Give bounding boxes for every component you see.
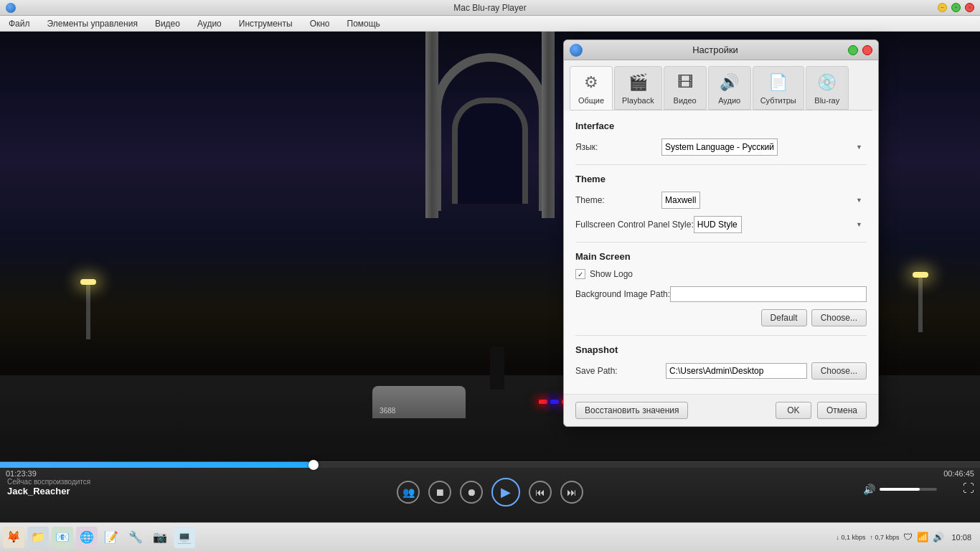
taskbar-settings[interactable]: 🔧	[125, 527, 146, 548]
bg-image-label: Background Image Path:	[575, 289, 670, 299]
close-button[interactable]: ×	[965, 3, 974, 12]
save-path-label: Save Path:	[575, 366, 661, 376]
volume-icon: 🔊	[863, 484, 875, 495]
street-light-1	[86, 282, 90, 339]
divider-1	[575, 164, 867, 165]
taskbar-notepad[interactable]: 📝	[100, 527, 122, 548]
menu-controls[interactable]: Элементы управления	[44, 17, 141, 30]
tab-bluray[interactable]: 💿 Blu-ray	[806, 66, 849, 110]
clap-icon: 🎞	[674, 71, 697, 94]
snapshot-section-header: Snapshot	[575, 344, 867, 355]
fullscreen-row: Fullscreen Control Panel Style: HUD Styl…	[575, 216, 867, 233]
tab-audio[interactable]: 🔊 Аудио	[708, 66, 751, 110]
default-button[interactable]: Default	[761, 309, 807, 326]
taskbar-computer[interactable]: 💻	[174, 527, 195, 548]
menu-audio[interactable]: Аудио	[194, 17, 225, 30]
settings-tabs: ⚙ Общие 🎬 Playback 🎞 Видео 🔊 Аудио 📄 Суб…	[564, 60, 878, 110]
disc-icon: 💿	[816, 71, 839, 94]
gear-icon: ⚙	[580, 71, 603, 94]
tab-playback[interactable]: 🎬 Playback	[614, 66, 662, 110]
bg-image-input[interactable]	[670, 286, 867, 302]
taskbar-firefox[interactable]: 🦊	[3, 527, 24, 548]
app-icon	[6, 3, 16, 13]
save-path-row: Save Path: Choose...	[575, 362, 867, 380]
prev-button[interactable]: ⏮	[529, 481, 552, 504]
theme-select[interactable]: Maxwell	[661, 192, 700, 209]
title-bar-controls: − + ×	[938, 3, 974, 12]
cancel-button[interactable]: Отмена	[817, 402, 867, 419]
progress-bar[interactable]	[0, 462, 980, 468]
network-icon: 📶	[917, 532, 928, 542]
tab-general[interactable]: ⚙ Общие	[570, 66, 613, 110]
restore-defaults-button[interactable]: Восстановить значения	[575, 402, 688, 419]
ok-button[interactable]: OK	[776, 402, 811, 419]
progress-fill	[0, 462, 314, 468]
dialog-title-bar: Настройки	[564, 40, 878, 60]
dialog-close-button[interactable]	[862, 45, 872, 55]
minimize-button[interactable]: −	[938, 3, 947, 12]
menu-video[interactable]: Видео	[152, 17, 183, 30]
menu-window[interactable]: Окно	[307, 17, 333, 30]
play-button[interactable]: ▶	[491, 478, 520, 507]
menu-help[interactable]: Помощь	[344, 17, 383, 30]
control-buttons: 👥 ⏹ ⏺ ▶ ⏮ ⏭	[0, 478, 980, 507]
stop-button[interactable]: ⏹	[428, 481, 451, 504]
app-title: Mac Blu-ray Player	[453, 3, 526, 13]
police-car	[372, 386, 466, 418]
language-select-wrapper: System Language - Русский	[661, 138, 867, 156]
tab-general-label: Общие	[578, 96, 604, 105]
language-row: Язык: System Language - Русский	[575, 138, 867, 156]
tab-video-label: Видео	[674, 96, 697, 105]
volume-icon-tray: 🔊	[933, 532, 944, 542]
choose-bg-button[interactable]: Choose...	[811, 309, 867, 326]
theme-section-header: Theme	[575, 174, 867, 184]
antivirus-icon: 🛡	[903, 532, 913, 542]
tab-bluray-label: Blu-ray	[814, 96, 839, 105]
divider-2	[575, 242, 867, 242]
taskbar-camera[interactable]: 📷	[149, 527, 171, 548]
taskbar-mail[interactable]: 📧	[52, 527, 73, 548]
volume-fill	[880, 488, 920, 491]
tab-video[interactable]: 🎞 Видео	[664, 66, 707, 110]
bridge-tower-left	[425, 32, 438, 218]
fullscreen-button[interactable]: ⛶	[963, 482, 974, 495]
police-light-blue	[550, 400, 559, 404]
fullscreen-label: Fullscreen Control Panel Style:	[575, 220, 694, 230]
menu-file[interactable]: Файл	[6, 17, 33, 30]
controls-bar: 01:23:39 00:46:45 Сейчас воспроизводится…	[0, 461, 980, 522]
main-screen-section-header: Main Screen	[575, 251, 867, 262]
system-clock: 10:08	[951, 533, 977, 542]
next-button[interactable]: ⏭	[560, 481, 583, 504]
language-select[interactable]: System Language - Русский	[661, 138, 778, 156]
theme-label: Theme:	[575, 195, 661, 205]
show-logo-label: Show Logo	[590, 269, 633, 279]
title-bar: Mac Blu-ray Player − + ×	[0, 0, 980, 16]
tab-subtitles[interactable]: 📄 Субтитры	[753, 66, 804, 110]
taskbar-files[interactable]: 📁	[27, 527, 49, 548]
volume-slider[interactable]	[880, 488, 937, 491]
settings-dialog: Настройки ⚙ Общие 🎬 Playback 🎞 Видео 🔊 А…	[563, 39, 879, 427]
dialog-title: Настройки	[583, 44, 848, 55]
maximize-button[interactable]: +	[951, 3, 961, 12]
choose-snapshot-button[interactable]: Choose...	[811, 362, 867, 380]
taskbar: 🦊 📁 📧 🌐 📝 🔧 📷 💻 ↓ 0,1 kbps ↑ 0,7 kbps 🛡 …	[0, 522, 980, 551]
bridge-tower-right	[542, 32, 555, 218]
bridge-decoration	[433, 53, 547, 211]
progress-thumb	[308, 460, 319, 470]
people-button[interactable]: 👥	[397, 481, 420, 504]
language-label: Язык:	[575, 142, 661, 152]
save-path-input[interactable]	[666, 363, 807, 379]
dialog-maximize-button[interactable]	[848, 45, 858, 55]
film-icon: 🎬	[626, 71, 649, 94]
record-button[interactable]: ⏺	[460, 481, 483, 504]
menu-tools[interactable]: Инструменты	[236, 17, 296, 30]
fullscreen-select-wrapper: HUD Style	[694, 216, 867, 233]
now-playing: Сейчас воспроизводится Jack_Reacher	[7, 478, 90, 496]
show-logo-checkbox[interactable]: ✓	[575, 269, 585, 279]
taskbar-browser[interactable]: 🌐	[76, 527, 98, 548]
bg-image-row: Background Image Path:	[575, 286, 867, 302]
divider-3	[575, 335, 867, 336]
interface-section-header: Interface	[575, 121, 867, 131]
show-logo-row: ✓ Show Logo	[575, 269, 867, 279]
fullscreen-select[interactable]: HUD Style	[694, 216, 742, 233]
